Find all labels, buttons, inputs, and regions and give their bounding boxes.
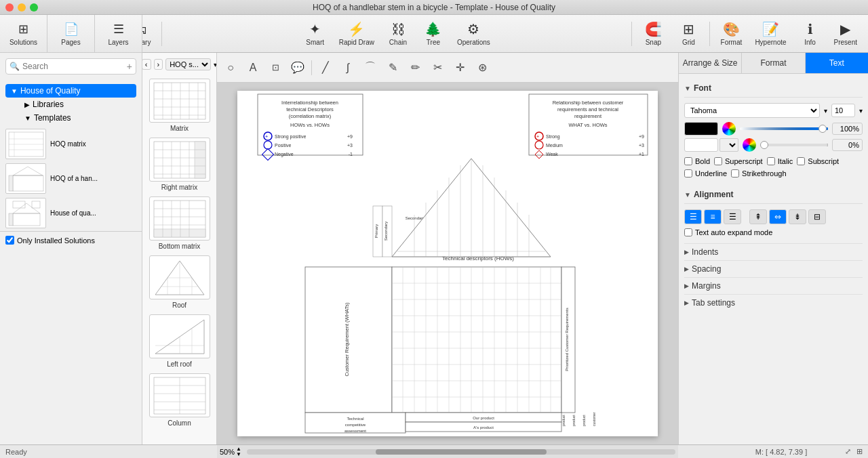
indents-row[interactable]: ▶ Indents	[684, 243, 863, 260]
expand-icon[interactable]: ⤢	[845, 447, 851, 456]
toolbar-operations[interactable]: ⚙ Operations	[452, 18, 496, 50]
panel-tab-pages[interactable]: 📄 Pages	[47, 15, 95, 52]
align-right-btn[interactable]: ☰	[724, 209, 741, 224]
tpl-left-roof[interactable]: Left roof	[149, 314, 210, 368]
zoom-down-arrow[interactable]: ▼	[236, 452, 241, 457]
svg-text:customer: customer	[592, 412, 596, 426]
tool-textbox[interactable]: ⊡	[265, 58, 285, 78]
color-wheel-button2[interactable]	[743, 138, 756, 152]
tool-line[interactable]: ╱	[315, 58, 336, 78]
svg-line-53	[167, 337, 180, 346]
close-button[interactable]	[5, 3, 14, 12]
tool-freehand[interactable]: ✏	[405, 58, 425, 78]
tree-libraries[interactable]: ▶ Libraries	[19, 98, 136, 111]
align-top-btn[interactable]: ⇞	[749, 209, 767, 224]
tool-stamp[interactable]: ⊛	[472, 58, 492, 78]
color-wheel-button[interactable]	[722, 122, 736, 136]
toolbar-smart[interactable]: ✦ Smart	[298, 18, 332, 50]
thumb-hoq-han[interactable]: HOQ of a han...	[5, 163, 136, 194]
zoom-stepper[interactable]: ▲ ▼	[236, 446, 241, 457]
toolbar-present[interactable]: ▶ Present	[829, 18, 863, 50]
tab-arrange-size[interactable]: Arrange & Size	[679, 53, 742, 73]
tool-ellipse[interactable]: ○	[220, 58, 241, 78]
canvas-bottom-bar: 50% ▲ ▼	[217, 444, 678, 458]
search-box: 🔍 +	[5, 58, 136, 75]
align-row1: ☰ ≡ ☰ ⇞ ⇔ ⇟ ⊟	[684, 209, 863, 224]
tpl-matrix[interactable]: Matrix	[149, 79, 210, 132]
svg-text:WHAT vs. HOWs: WHAT vs. HOWs	[568, 122, 607, 128]
svg-text:Relationship between customer: Relationship between customer	[553, 100, 624, 106]
auto-expand-checkbox[interactable]	[684, 228, 692, 236]
search-input[interactable]	[5, 58, 136, 75]
toolbar-chain[interactable]: ⛓ Chain	[381, 18, 415, 50]
thumb-house-of-qua[interactable]: House of qua...	[5, 198, 136, 228]
template-dropdown-icon[interactable]: ▾	[214, 61, 217, 68]
font-size-input[interactable]	[831, 104, 855, 117]
minimize-button[interactable]	[18, 3, 26, 12]
strikethrough-checkbox[interactable]	[731, 169, 739, 178]
tree-templates[interactable]: ▼ Templates	[19, 111, 136, 125]
underline-checkbox[interactable]	[684, 169, 692, 178]
tool-curve[interactable]: ∫	[338, 58, 358, 78]
align-justify-btn[interactable]: ⊟	[808, 209, 826, 224]
align-center-btn[interactable]: ≡	[704, 209, 722, 224]
tree-root-item[interactable]: ▼ House of Quality	[5, 84, 136, 98]
tool-transform[interactable]: ✛	[450, 58, 470, 78]
maximize-button[interactable]	[30, 3, 38, 12]
tool-arc[interactable]: ⌒	[360, 58, 380, 78]
only-installed[interactable]: Only Installed Solutions	[0, 231, 142, 249]
align-middle-btn[interactable]: ⇔	[769, 209, 787, 224]
panel-tab-layers[interactable]: ☰ Layers	[95, 15, 142, 52]
toolbar-grid[interactable]: ⊞ Grid	[671, 18, 705, 50]
template-back-button[interactable]: ‹	[142, 59, 151, 70]
tab-format[interactable]: Format	[742, 53, 805, 73]
tpl-column[interactable]: Column	[149, 373, 210, 427]
opacity-value1[interactable]: 100%	[832, 123, 863, 135]
panel-tab-solutions[interactable]: ⊞ Solutions	[0, 15, 47, 52]
italic-check: Italic	[767, 157, 793, 165]
tool-text[interactable]: A	[243, 58, 263, 78]
tab-text[interactable]: Text	[806, 53, 868, 73]
align-bottom-btn[interactable]: ⇟	[789, 209, 806, 224]
toolbar-hypernote[interactable]: 📝 Hypernote	[749, 18, 791, 50]
opacity-value2[interactable]: 0%	[832, 139, 863, 151]
tool-callout[interactable]: 💬	[288, 58, 308, 78]
tpl-bottom-matrix[interactable]: Bottom matrix	[149, 196, 210, 250]
svg-rect-9	[13, 213, 40, 226]
template-selector[interactable]: HOQ s...	[165, 58, 211, 70]
bold-checkbox[interactable]	[684, 157, 692, 165]
template-forward-button[interactable]: ›	[154, 59, 163, 70]
svg-text:Positive: Positive	[275, 143, 292, 148]
thumb-hoq-matrix[interactable]: HOQ matrix	[5, 129, 136, 159]
search-add-button[interactable]: +	[127, 61, 132, 72]
alignment-section-header[interactable]: ▼ Alignment	[684, 186, 863, 204]
tpl-right-matrix[interactable]: Right matrix	[149, 138, 210, 191]
italic-checkbox[interactable]	[767, 157, 775, 165]
subscript-checkbox[interactable]	[797, 157, 805, 165]
spacing-row[interactable]: ▶ Spacing	[684, 260, 863, 277]
canvas-scrollbar[interactable]	[247, 449, 675, 455]
font-stroke-swatch[interactable]	[684, 138, 718, 152]
tab-settings-row[interactable]: ▶ Tab settings	[684, 294, 863, 311]
toolbar-rapid-draw[interactable]: ⚡ Rapid Draw	[334, 18, 380, 50]
font-color-swatch[interactable]	[684, 122, 718, 136]
tool-pen[interactable]: ✎	[382, 58, 403, 78]
tool-scissors[interactable]: ✂	[427, 58, 448, 78]
font-size-stepper[interactable]: ▾	[859, 107, 863, 114]
toolbar-format[interactable]: 🎨 Format	[714, 18, 748, 50]
toolbar-info[interactable]: ℹ Info	[793, 18, 827, 50]
font-section-header[interactable]: ▼ Font	[684, 79, 863, 98]
fullscreen-icon[interactable]: ⊞	[856, 447, 863, 456]
font-family-select[interactable]: Tahoma	[684, 103, 820, 118]
tpl-roof[interactable]: Roof	[149, 255, 210, 309]
superscript-checkbox[interactable]	[714, 157, 722, 165]
toolbar-snap[interactable]: 🧲 Snap	[636, 18, 670, 50]
installed-checkbox[interactable]	[5, 236, 14, 245]
align-left-btn[interactable]: ☰	[684, 209, 702, 224]
margins-row[interactable]: ▶ Margins	[684, 277, 863, 294]
opacity-slider2[interactable]	[760, 144, 828, 146]
stroke-style-select[interactable]	[719, 138, 738, 152]
opacity-slider1[interactable]	[740, 127, 828, 130]
toolbar-tree[interactable]: 🌲 Tree	[416, 18, 450, 50]
canvas-area[interactable]: Interrelationship between technical Desc…	[217, 83, 678, 444]
